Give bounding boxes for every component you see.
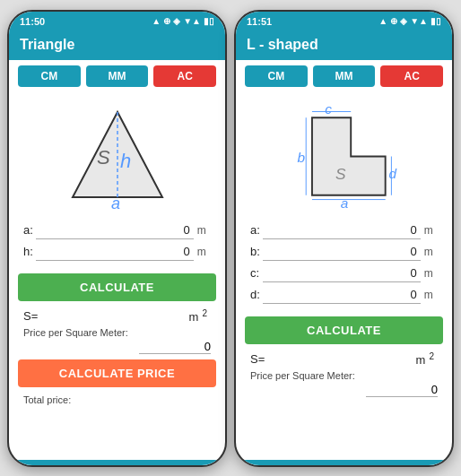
result-unit-2: m2 <box>416 351 434 367</box>
input-section-1: a: m h: m <box>9 218 225 268</box>
svg-text:b: b <box>297 150 305 165</box>
unit-d2: m <box>424 289 438 301</box>
lshape-svg: S a b c d <box>282 100 407 212</box>
result-unit-1: m2 <box>189 308 207 324</box>
unit-buttons-1: CM MM AC <box>9 60 225 92</box>
time-1: 11:50 <box>20 16 45 27</box>
unit-b2: m <box>424 246 438 258</box>
unit-buttons-2: CM MM AC <box>236 60 452 92</box>
battery-icon: ▮▯ <box>204 16 214 26</box>
svg-text:a: a <box>111 195 120 211</box>
result-row-1: S= m2 <box>9 307 225 325</box>
calculate-price-button-1[interactable]: CALCULATE PRICE <box>18 359 216 387</box>
svg-text:S: S <box>97 146 110 169</box>
triangle-diagram: S h a <box>9 92 225 218</box>
svg-marker-5 <box>311 117 385 195</box>
location-icon-2: ⊕ <box>390 16 397 26</box>
input-b2[interactable] <box>263 243 421 261</box>
result-label-1: S= <box>23 309 38 323</box>
app-title-2: L - shaped <box>247 37 318 52</box>
signal-icon: ▲ <box>152 16 161 26</box>
bottom-bar-2 <box>236 460 452 465</box>
label-b2: b: <box>250 245 263 258</box>
status-bar-2: 11:51 ▲ ⊕ ◈ ▼▲ ▮▯ <box>236 12 452 31</box>
input-row-a: a: m <box>23 221 211 239</box>
status-bar-1: 11:50 ▲ ⊕ ◈ ▼▲ ▮▯ <box>9 12 225 31</box>
status-icons-1: ▲ ⊕ ◈ ▼▲ ▮▯ <box>152 16 214 26</box>
input-d2[interactable] <box>263 286 421 304</box>
result-row-2: S= m2 <box>236 350 452 368</box>
calculate-button-1[interactable]: CALCULATE <box>18 273 216 301</box>
app-title-1: Triangle <box>20 37 74 52</box>
input-row-d2: d: m <box>250 286 438 304</box>
input-a[interactable] <box>36 221 194 239</box>
result-label-2: S= <box>250 352 265 366</box>
battery-icon-2: ▮▯ <box>431 16 441 26</box>
input-row-c2: c: m <box>250 264 438 282</box>
unit-a2: m <box>424 224 438 237</box>
label-a: a: <box>23 223 36 237</box>
svg-text:d: d <box>388 166 396 181</box>
unit-c2: m <box>424 267 438 280</box>
signal-icon-2: ▲ <box>378 16 387 26</box>
time-2: 11:51 <box>247 16 272 27</box>
input-a2[interactable] <box>263 221 421 239</box>
phones-container: 11:50 ▲ ⊕ ◈ ▼▲ ▮▯ Triangle CM MM AC <box>0 1 461 476</box>
price-label-1: Price per Square Meter: <box>9 325 225 340</box>
lshape-diagram: S a b c d <box>236 92 452 218</box>
app-header-1: Triangle <box>9 31 225 60</box>
input-row-h: h: m <box>23 243 211 261</box>
unit-a: m <box>197 224 211 237</box>
input-c2[interactable] <box>263 264 421 282</box>
price-input-1[interactable] <box>139 340 211 354</box>
label-a2: a: <box>250 223 263 237</box>
btn-ac-1[interactable]: AC <box>153 65 216 87</box>
calculate-button-2[interactable]: CALCULATE <box>245 316 443 344</box>
btn-mm-1[interactable]: MM <box>86 65 149 87</box>
price-input-row-1 <box>9 340 225 354</box>
total-price-label-1: Total price: <box>9 393 225 407</box>
app-header-2: L - shaped <box>236 31 452 60</box>
label-d2: d: <box>250 288 263 301</box>
bottom-bar-1 <box>9 460 225 465</box>
wifi-icon: ▼▲ <box>183 16 201 26</box>
btn-ac-2[interactable]: AC <box>380 65 443 87</box>
price-label-2: Price per Square Meter: <box>236 368 452 383</box>
phone-lshaped: 11:51 ▲ ⊕ ◈ ▼▲ ▮▯ L - shaped CM MM AC <box>234 10 454 467</box>
wifi-icon-2: ▼▲ <box>410 16 428 26</box>
btn-cm-2[interactable]: CM <box>245 65 308 87</box>
input-h[interactable] <box>36 243 194 261</box>
label-h: h: <box>23 245 36 258</box>
status-icons-2: ▲ ⊕ ◈ ▼▲ ▮▯ <box>378 16 441 26</box>
alarm-icon-2: ◈ <box>400 16 407 26</box>
unit-h: m <box>197 246 211 258</box>
svg-text:S: S <box>335 165 345 183</box>
label-c2: c: <box>250 266 263 280</box>
svg-text:a: a <box>340 195 348 211</box>
alarm-icon: ◈ <box>173 16 180 26</box>
input-row-b2: b: m <box>250 243 438 261</box>
price-input-2[interactable] <box>366 383 438 397</box>
svg-text:c: c <box>325 101 332 117</box>
location-icon: ⊕ <box>163 16 170 26</box>
phone-triangle: 11:50 ▲ ⊕ ◈ ▼▲ ▮▯ Triangle CM MM AC <box>7 10 227 467</box>
price-input-row-2 <box>236 383 452 397</box>
svg-text:h: h <box>120 150 131 172</box>
input-row-a2: a: m <box>250 221 438 239</box>
input-section-2: a: m b: m c: m d: m <box>236 218 452 311</box>
btn-cm-1[interactable]: CM <box>18 65 81 87</box>
triangle-svg: S h a <box>59 103 176 211</box>
btn-mm-2[interactable]: MM <box>313 65 376 87</box>
